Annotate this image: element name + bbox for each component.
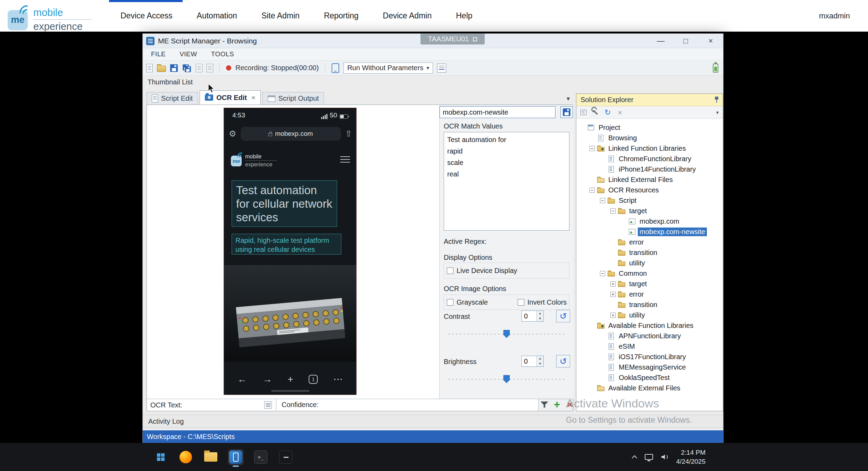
tree-item[interactable]: Browsing bbox=[576, 133, 723, 143]
record-icon[interactable] bbox=[226, 65, 231, 71]
wrench-icon[interactable] bbox=[593, 110, 598, 115]
tree-item[interactable]: ChromeFunctionLibrary bbox=[576, 154, 723, 164]
spin-up-icon[interactable]: ▲ bbox=[537, 311, 543, 316]
taskbar-clock[interactable]: 2:14 PM 4/24/2025 bbox=[674, 443, 706, 471]
ocr-text-options-icon[interactable] bbox=[264, 401, 272, 409]
nav-item[interactable]: Device Admin bbox=[383, 11, 432, 20]
nav-item[interactable]: Device Access bbox=[120, 11, 173, 20]
menu-item[interactable]: VIEW bbox=[180, 50, 197, 58]
open-icon[interactable] bbox=[157, 66, 166, 72]
copy-script-icon[interactable] bbox=[196, 64, 202, 72]
tree-item[interactable]: MEMessagingService bbox=[576, 362, 723, 372]
tree-expander-icon[interactable] bbox=[590, 146, 595, 151]
match-value-item[interactable]: Test automation for bbox=[447, 134, 566, 146]
solution-explorer-header[interactable]: Solution Explorer bbox=[576, 94, 723, 106]
tray-chevron-icon[interactable] bbox=[632, 455, 637, 461]
tree-item[interactable]: target bbox=[576, 206, 723, 216]
ocr-region-headline[interactable]: Test automation for cellular network ser… bbox=[232, 180, 337, 227]
spinner-buttons[interactable]: ▲ ▼ bbox=[536, 311, 543, 321]
tree-item[interactable]: Linked Function Libraries bbox=[576, 143, 723, 154]
nav-item[interactable]: Automation bbox=[197, 11, 237, 20]
refresh-icon[interactable]: ↻ bbox=[604, 109, 611, 116]
run-parameters-icon[interactable] bbox=[437, 64, 446, 73]
tree-item[interactable]: Project bbox=[576, 122, 723, 133]
spin-down-icon[interactable]: ▼ bbox=[537, 316, 543, 321]
maximize-button[interactable]: □ bbox=[673, 34, 698, 48]
tree-item[interactable]: utility bbox=[576, 310, 723, 320]
match-value-item[interactable]: real bbox=[447, 168, 566, 180]
session-tab[interactable]: TAASMEU01 bbox=[420, 34, 485, 44]
tree-item[interactable]: Available External Files bbox=[576, 383, 723, 393]
tree-item[interactable]: transition bbox=[576, 299, 723, 310]
tree-item[interactable]: Script bbox=[576, 195, 723, 206]
tree-item[interactable]: utility bbox=[576, 258, 723, 268]
close-tab-icon[interactable]: × bbox=[251, 94, 256, 102]
tab-script-edit[interactable]: Script Edit bbox=[147, 92, 198, 105]
menu-item[interactable]: TOOLS bbox=[211, 50, 234, 58]
brightness-reset-button[interactable]: ↺ bbox=[556, 355, 570, 367]
device-screenshot[interactable]: 4:53 50 ⚙ mobexp.com ⇧ bbox=[224, 108, 357, 395]
tree-expander-icon[interactable] bbox=[610, 281, 616, 287]
tree-expander-icon[interactable] bbox=[610, 208, 616, 214]
tree-item[interactable]: OCR Resources bbox=[576, 185, 723, 195]
save-all-icon[interactable] bbox=[182, 64, 192, 73]
slider-thumb[interactable] bbox=[503, 375, 510, 383]
tree-item[interactable]: OoklaSpeedTest bbox=[576, 372, 723, 383]
tree-item[interactable]: Available Function Libraries bbox=[576, 320, 723, 331]
save-icon[interactable] bbox=[170, 64, 178, 72]
device-display-icon[interactable] bbox=[332, 63, 339, 73]
delete-icon[interactable]: × bbox=[567, 399, 573, 410]
filter-icon[interactable] bbox=[541, 402, 548, 408]
properties-icon[interactable] bbox=[581, 110, 586, 115]
tree-item[interactable]: iPhone14FunctionLibrary bbox=[576, 164, 723, 174]
terminal-app[interactable]: >_ bbox=[253, 449, 269, 465]
contrast-reset-button[interactable]: ↺ bbox=[556, 310, 570, 322]
ocr-name-input[interactable] bbox=[440, 106, 556, 118]
tree-item[interactable]: mobexp.com-newsite bbox=[576, 226, 723, 237]
slider-thumb[interactable] bbox=[503, 330, 510, 338]
display-network-icon[interactable] bbox=[645, 454, 653, 460]
paste-script-icon[interactable] bbox=[207, 64, 213, 72]
tree-expander-icon[interactable] bbox=[600, 198, 605, 203]
close-button[interactable]: × bbox=[698, 34, 723, 48]
file-explorer-app[interactable] bbox=[203, 449, 219, 465]
command-window-app[interactable] bbox=[278, 449, 294, 465]
spinner-buttons[interactable]: ▲ ▼ bbox=[536, 356, 543, 366]
invert-colors-checkbox[interactable]: Invert Colors bbox=[518, 298, 567, 306]
match-value-item[interactable]: scale bbox=[447, 157, 566, 168]
brightness-value[interactable] bbox=[522, 356, 536, 366]
toolbar-overflow-caret[interactable]: ▾ bbox=[716, 109, 719, 116]
nav-item[interactable]: Reporting bbox=[324, 11, 359, 20]
grayscale-checkbox[interactable]: Grayscale bbox=[447, 298, 488, 306]
spin-down-icon[interactable]: ▼ bbox=[537, 361, 543, 366]
tree-expander-icon[interactable] bbox=[610, 292, 616, 297]
match-value-item[interactable]: rapid bbox=[447, 146, 566, 157]
tree-item[interactable]: error bbox=[576, 237, 723, 247]
tree-item[interactable]: transition bbox=[576, 247, 723, 258]
live-device-display-checkbox[interactable]: Live Device Display bbox=[447, 267, 517, 275]
tree-item[interactable]: eSIM bbox=[576, 341, 723, 352]
username-label[interactable]: mxadmin bbox=[819, 0, 850, 32]
tree-item[interactable]: Common bbox=[576, 268, 723, 279]
brightness-slider[interactable] bbox=[449, 374, 565, 384]
tree-expander-icon[interactable] bbox=[600, 271, 605, 276]
speaker-icon[interactable] bbox=[661, 455, 668, 460]
tree-item[interactable]: iOS17FunctionLibrary bbox=[576, 352, 723, 362]
tree-item[interactable]: Linked External Files bbox=[576, 174, 723, 185]
new-script-icon[interactable] bbox=[146, 64, 153, 72]
close-icon[interactable]: × bbox=[618, 109, 622, 116]
tree-item[interactable]: APNFunctionLibrary bbox=[576, 331, 723, 341]
me-script-manager-app[interactable] bbox=[228, 449, 244, 465]
tab-script-output[interactable]: Script Output bbox=[262, 92, 324, 105]
tree-item[interactable]: mobexp.com bbox=[576, 216, 723, 226]
tree-expander-icon[interactable] bbox=[610, 313, 616, 318]
minimize-button[interactable]: — bbox=[648, 34, 673, 48]
pin-icon[interactable] bbox=[715, 97, 719, 104]
nav-item[interactable]: Site Admin bbox=[261, 11, 300, 20]
add-icon[interactable]: + bbox=[554, 398, 560, 411]
save-ocr-button[interactable] bbox=[560, 106, 573, 118]
thumbnail-list-label[interactable]: Thumbnail List bbox=[148, 78, 193, 86]
menu-item[interactable]: FILE bbox=[151, 50, 166, 58]
activity-log-bar[interactable]: Activity Log bbox=[143, 415, 723, 428]
run-mode-dropdown[interactable]: Run Without Parameters ▾ bbox=[343, 63, 433, 74]
